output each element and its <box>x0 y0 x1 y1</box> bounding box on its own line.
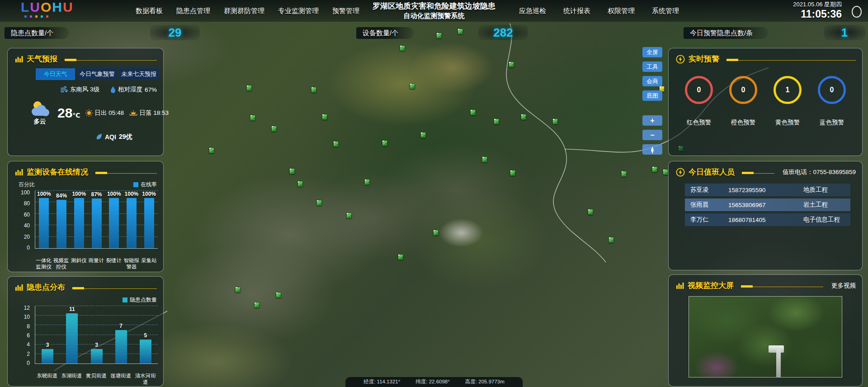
monitoring-point-marker[interactable] <box>316 200 322 206</box>
nav-item-隐患点管理[interactable]: 隐患点管理 <box>176 7 210 15</box>
panel-title-underline <box>742 173 774 174</box>
x-label-视频监控仪: 视频监控仪 <box>52 258 70 270</box>
compass-button[interactable] <box>642 144 662 155</box>
alert-红色预警: 0红色预警 <box>685 76 713 127</box>
bars-group: 311375 <box>35 306 158 363</box>
user-circle-icon[interactable] <box>852 6 862 18</box>
compass-needle-icon <box>649 146 656 154</box>
monitoring-point-marker[interactable] <box>433 230 439 236</box>
weather-tabs: 今日天气今日气象预警未来七天预报 <box>36 68 159 80</box>
monitoring-point-marker[interactable] <box>246 85 252 91</box>
map-button-全屏[interactable]: 全屏 <box>642 47 662 57</box>
x-label-东晓街道: 东晓街道 <box>36 373 58 386</box>
latitude-readout: 纬度: 22.6098° <box>415 378 450 385</box>
monitoring-point-marker[interactable] <box>271 126 277 132</box>
monitoring-point-marker[interactable] <box>588 209 593 215</box>
monitoring-point-marker[interactable] <box>400 45 405 51</box>
monitoring-point-marker[interactable] <box>621 171 627 177</box>
bar <box>91 349 103 363</box>
nav-item-专业监测管理[interactable]: 专业监测管理 <box>278 7 319 15</box>
monitoring-point-marker[interactable] <box>297 181 303 187</box>
nav-item-权限管理[interactable]: 权限管理 <box>608 7 635 15</box>
monitoring-point-marker[interactable] <box>235 287 241 293</box>
bar-莲塘街道: 7 <box>109 306 133 363</box>
nav-item-系统管理[interactable]: 系统管理 <box>652 7 679 15</box>
sunset-icon <box>129 110 137 116</box>
monitoring-point-marker[interactable] <box>346 212 352 218</box>
monitoring-point-marker[interactable] <box>420 132 426 138</box>
logo-letter: H <box>52 0 63 14</box>
plot-area: 100%84%100%87%100%100%100% <box>35 191 158 249</box>
monitoring-point-marker[interactable] <box>209 147 214 153</box>
monitoring-point-marker[interactable] <box>436 33 442 38</box>
video-wall-title: 视频监控大屏 <box>688 280 734 291</box>
more-videos-link[interactable]: 更多视频 <box>831 282 856 290</box>
duty-row: 李万仁18680781405电子信息工程 <box>685 213 850 226</box>
monitoring-point-marker[interactable] <box>470 109 476 115</box>
monitoring-point-marker[interactable] <box>289 168 295 174</box>
y-tick: 40 <box>24 223 30 228</box>
leaf-icon <box>96 133 102 141</box>
nav-item-群测群防管理[interactable]: 群测群防管理 <box>224 7 264 15</box>
bar-value-label: 11 <box>69 306 75 312</box>
monitoring-point-marker[interactable] <box>663 169 668 175</box>
monitoring-point-marker[interactable] <box>276 292 281 298</box>
monitoring-point-marker[interactable] <box>382 140 387 146</box>
bar <box>57 200 66 248</box>
monitoring-point-marker[interactable] <box>552 118 558 124</box>
alert-label: 黄色预警 <box>775 118 800 127</box>
monitoring-point-marker[interactable] <box>521 114 526 120</box>
bar-value-label: 100% <box>37 191 51 197</box>
monitoring-point-marker[interactable] <box>364 179 370 185</box>
nav-item-预警管理[interactable]: 预警管理 <box>332 7 359 15</box>
temperature: 28℃ <box>57 105 80 121</box>
nav-right-group: 应急巡检统计报表权限管理系统管理 <box>519 0 679 22</box>
nav-item-应急巡检[interactable]: 应急巡检 <box>519 7 546 15</box>
monitoring-point-marker[interactable] <box>254 302 259 308</box>
duty-row: 苏亚凌15872395590地质工程 <box>685 184 850 196</box>
nav-item-数据看板[interactable]: 数据看板 <box>136 7 163 15</box>
bar <box>127 198 137 248</box>
alert-label: 橙色预警 <box>731 118 755 127</box>
monitoring-point-marker[interactable] <box>322 114 327 120</box>
weather-tab-未来七天预报[interactable]: 未来七天预报 <box>119 68 159 80</box>
zoom-in-button[interactable]: + <box>642 115 662 126</box>
altitude-readout: 高度: 205.9773m <box>465 378 505 385</box>
monitoring-point-marker[interactable] <box>311 87 316 93</box>
video-feed[interactable] <box>689 296 842 378</box>
x-label-一体化监测仪: 一体化监测仪 <box>35 258 52 270</box>
map-button-工具[interactable]: 工具 <box>642 61 662 72</box>
monitoring-point-marker[interactable] <box>398 254 403 260</box>
monitoring-point-marker[interactable] <box>410 83 415 89</box>
wind-text: 东南风 3级 <box>70 85 99 94</box>
map-button-底图[interactable]: 底图 <box>642 90 662 101</box>
longitude-readout: 经度: 114.1321° <box>363 378 400 385</box>
nav-item-统计报表[interactable]: 统计报表 <box>563 7 590 15</box>
current-time: 11:05:36 <box>793 8 842 20</box>
x-label-东湖街道: 东湖街道 <box>61 373 83 386</box>
zoom-out-button[interactable]: − <box>642 130 662 140</box>
humidity-value: 67% <box>145 86 157 93</box>
weather-tab-今日气象预警[interactable]: 今日气象预警 <box>77 68 117 80</box>
map-button-会商[interactable]: 会商 <box>642 76 662 86</box>
lightning-circle-icon <box>676 55 685 64</box>
monitoring-point-marker[interactable] <box>652 166 657 172</box>
plot-area: 311375 <box>35 306 158 364</box>
monitoring-point-marker[interactable] <box>609 237 614 243</box>
y-tick: 4 <box>27 342 30 347</box>
monitoring-point-marker[interactable] <box>510 170 515 176</box>
monitoring-point-marker[interactable] <box>250 115 255 121</box>
monitoring-point-marker[interactable] <box>333 141 339 147</box>
panel-title-underline <box>726 60 856 61</box>
weather-tab-今日天气[interactable]: 今日天气 <box>36 68 75 80</box>
monitoring-point-marker[interactable] <box>458 28 463 34</box>
monitoring-point-marker[interactable] <box>494 118 499 124</box>
alert-黄色预警: 1黄色预警 <box>774 76 802 127</box>
monitoring-point-marker[interactable] <box>509 61 514 67</box>
monitoring-point-marker[interactable] <box>482 156 487 162</box>
logo-letter: U <box>30 0 41 14</box>
bar-清水河街道: 5 <box>133 306 158 363</box>
bar-裂缝计: 100% <box>105 191 123 248</box>
bar-value-label: 3 <box>46 342 49 348</box>
panel-title-underline <box>741 287 823 287</box>
